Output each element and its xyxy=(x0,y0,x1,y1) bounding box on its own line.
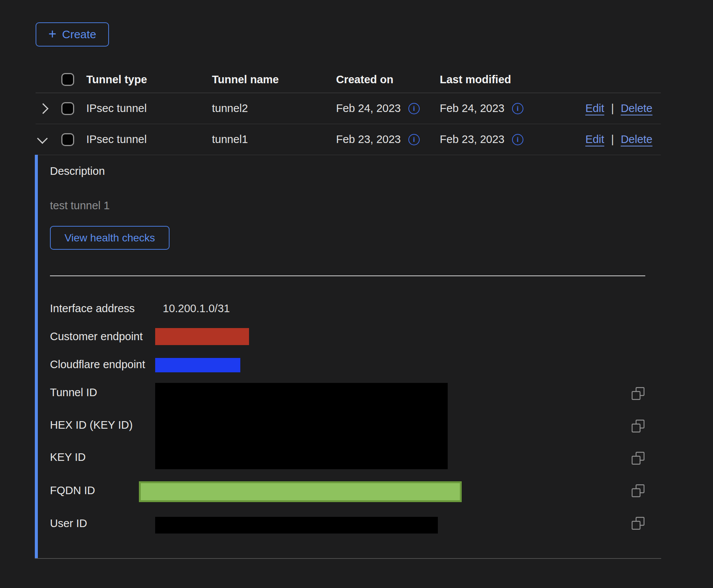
edit-link[interactable]: Edit xyxy=(585,133,604,146)
table-row-tunnel2: IPsec tunnel tunnel2 Feb 24, 2023 i Feb … xyxy=(36,93,661,124)
cell-tunnel-name: tunnel2 xyxy=(212,102,336,115)
cell-created-on: Feb 23, 2023 i xyxy=(336,133,440,146)
cell-tunnel-name: tunnel1 xyxy=(212,133,336,146)
customer-endpoint-redaction xyxy=(155,328,249,345)
copy-fqdn-id-icon[interactable] xyxy=(631,484,645,498)
select-row-checkbox[interactable] xyxy=(61,133,74,146)
last-modified-value: Feb 23, 2023 xyxy=(440,133,504,146)
cell-actions: Edit | Delete xyxy=(543,102,661,115)
info-icon[interactable]: i xyxy=(408,134,420,145)
cloudflare-endpoint-redaction xyxy=(155,358,240,372)
create-button-label: Create xyxy=(62,28,96,41)
key-id-label: KEY ID xyxy=(50,451,86,464)
table-header-row: Tunnel type Tunnel name Created on Last … xyxy=(36,66,661,93)
interface-address-value: 10.200.1.0/31 xyxy=(163,302,230,315)
select-all-checkbox[interactable] xyxy=(61,73,74,86)
copy-hex-id-icon[interactable] xyxy=(631,419,645,433)
user-id-redaction xyxy=(155,517,438,534)
actions-separator: | xyxy=(611,133,614,146)
column-header-last-modified: Last modified xyxy=(440,73,543,86)
expanded-row-accent-bar xyxy=(35,155,38,558)
plus-icon: + xyxy=(48,27,56,41)
customer-endpoint-label: Customer endpoint xyxy=(50,330,143,343)
created-on-value: Feb 23, 2023 xyxy=(336,133,401,146)
cell-tunnel-type: IPsec tunnel xyxy=(86,102,212,115)
ids-redaction-block xyxy=(155,383,448,469)
user-id-label: User ID xyxy=(50,517,87,530)
tunnels-table: Tunnel type Tunnel name Created on Last … xyxy=(36,66,661,155)
edit-link[interactable]: Edit xyxy=(585,102,604,115)
copy-key-id-icon[interactable] xyxy=(631,451,645,465)
chevron-right-icon[interactable] xyxy=(38,103,48,114)
select-all-cell xyxy=(61,73,86,86)
fqdn-id-label: FQDN ID xyxy=(50,484,95,497)
delete-link[interactable]: Delete xyxy=(621,133,652,146)
panel-divider xyxy=(50,275,645,276)
column-header-created-on: Created on xyxy=(336,73,440,86)
cell-actions: Edit | Delete xyxy=(543,133,661,146)
view-health-checks-button[interactable]: View health checks xyxy=(50,226,170,250)
tunnel-id-label: Tunnel ID xyxy=(50,386,97,399)
fqdn-id-redaction xyxy=(139,481,462,502)
chevron-down-icon[interactable] xyxy=(37,133,48,143)
cell-created-on: Feb 24, 2023 i xyxy=(336,102,440,115)
copy-tunnel-id-icon[interactable] xyxy=(631,387,645,400)
info-icon[interactable]: i xyxy=(512,134,523,145)
copy-user-id-icon[interactable] xyxy=(631,516,645,530)
info-glyph: i xyxy=(517,104,518,113)
cell-last-modified: Feb 24, 2023 i xyxy=(440,102,543,115)
description-value: test tunnel 1 xyxy=(50,199,110,212)
hex-id-label: HEX ID (KEY ID) xyxy=(50,418,133,431)
cloudflare-endpoint-label: Cloudflare endpoint xyxy=(50,358,145,371)
tunnels-page: + Create Tunnel type Tunnel name Created… xyxy=(0,0,713,588)
expander-cell xyxy=(36,137,61,142)
column-header-tunnel-type: Tunnel type xyxy=(86,73,212,86)
interface-address-label: Interface address xyxy=(50,302,135,315)
cell-last-modified: Feb 23, 2023 i xyxy=(440,133,543,146)
info-glyph: i xyxy=(413,135,415,144)
cell-tunnel-type: IPsec tunnel xyxy=(86,133,212,146)
table-row-tunnel1: IPsec tunnel tunnel1 Feb 23, 2023 i Feb … xyxy=(36,124,661,155)
created-on-value: Feb 24, 2023 xyxy=(336,102,401,115)
info-glyph: i xyxy=(413,104,415,113)
last-modified-value: Feb 24, 2023 xyxy=(440,102,504,115)
select-row-checkbox[interactable] xyxy=(61,102,74,115)
select-cell xyxy=(61,133,86,146)
info-icon[interactable]: i xyxy=(512,103,523,114)
delete-link[interactable]: Delete xyxy=(621,102,652,115)
create-button[interactable]: + Create xyxy=(36,22,109,47)
select-cell xyxy=(61,102,86,115)
info-glyph: i xyxy=(517,135,518,144)
expander-cell xyxy=(36,105,61,112)
description-label: Description xyxy=(50,165,105,177)
actions-separator: | xyxy=(611,102,614,115)
tunnel-detail-panel: Description test tunnel 1 View health ch… xyxy=(35,155,661,559)
info-icon[interactable]: i xyxy=(408,103,420,114)
column-header-tunnel-name: Tunnel name xyxy=(212,73,336,86)
